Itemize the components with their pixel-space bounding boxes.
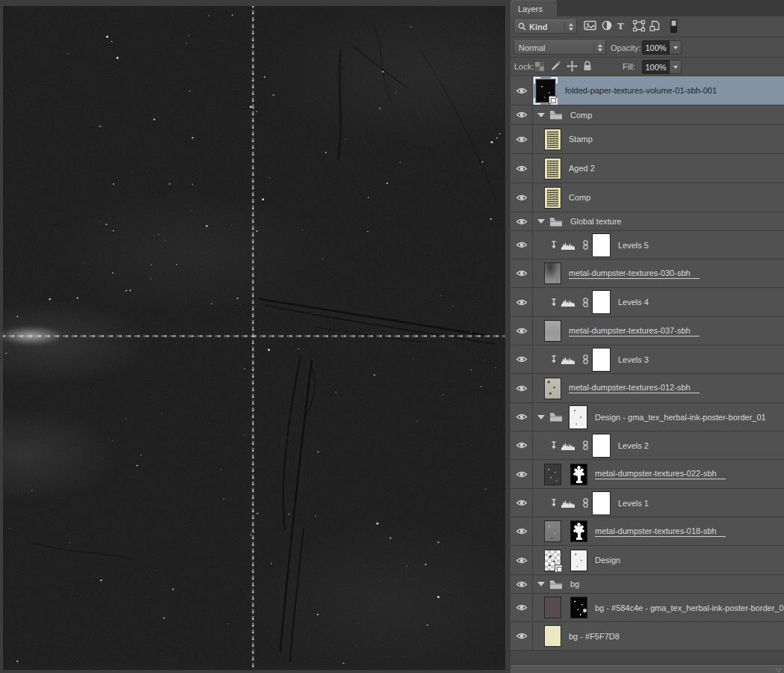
layer-row-levels-5[interactable]: Levels 5 <box>510 231 784 259</box>
visibility-toggle[interactable] <box>510 374 533 402</box>
layer-row-levels-4[interactable]: Levels 4 <box>510 288 784 317</box>
layer-group-row-bg[interactable]: bg <box>510 575 784 594</box>
visibility-toggle[interactable] <box>510 575 533 593</box>
visibility-toggle[interactable] <box>510 622 533 650</box>
visibility-toggle[interactable] <box>510 345 533 373</box>
layer-row-content[interactable]: metal-dumpster-textures-030-sbh <box>533 259 784 287</box>
layer-group-row-global-texture[interactable]: Global texture <box>510 212 784 231</box>
layer-thumbnail[interactable] <box>544 187 561 209</box>
layer-mask-thumbnail[interactable] <box>570 520 587 542</box>
layer-thumbnail[interactable] <box>544 158 561 179</box>
mask-link-icon[interactable] <box>582 354 589 364</box>
lock-transparency-icon[interactable] <box>535 62 544 71</box>
layer-mask-thumbnail[interactable] <box>570 550 587 571</box>
filter-toggle-icon[interactable] <box>670 19 677 33</box>
layer-row-bg-584c4e-gma-tex-herbal-ink-poster-border-01[interactable]: bg - #584c4e - gma_tex_herbal-ink-poster… <box>510 594 784 622</box>
adjustment-mask-thumbnail[interactable] <box>592 233 611 257</box>
mask-link-icon[interactable] <box>582 498 589 508</box>
layer-row-bg-f5f7d8[interactable]: bg - #F5F7D8 <box>510 622 784 651</box>
layer-row-content[interactable]: bg - #584c4e - gma_tex_herbal-ink-poster… <box>533 594 784 621</box>
layer-row-metal-dumpster-textures-022-sbh[interactable]: metal-dumpster-textures-022-sbh <box>510 460 784 489</box>
group-expand-triangle-icon[interactable] <box>537 219 545 224</box>
layer-row-content[interactable]: Design <box>533 546 784 574</box>
layer-thumbnail[interactable] <box>544 378 561 399</box>
layer-thumbnail[interactable] <box>544 550 561 571</box>
visibility-toggle[interactable] <box>510 231 533 259</box>
mask-link-icon[interactable] <box>582 240 589 250</box>
blend-mode-dropdown[interactable]: Normal <box>513 40 606 55</box>
visibility-toggle[interactable] <box>510 460 533 488</box>
mask-link-icon[interactable] <box>582 298 589 307</box>
group-expand-triangle-icon[interactable] <box>537 415 545 420</box>
layer-row-metal-dumpster-textures-037-sbh[interactable]: metal-dumpster-textures-037-sbh <box>510 317 784 345</box>
layer-row-content[interactable]: Levels 2 <box>533 431 784 459</box>
lock-all-icon[interactable] <box>583 61 592 71</box>
shape-layer-filter-icon[interactable] <box>633 20 645 31</box>
visibility-toggle[interactable] <box>510 212 533 230</box>
tab-layers[interactable]: Layers <box>510 0 557 16</box>
layer-row-content[interactable]: Aged 2 <box>533 154 784 182</box>
layer-thumbnail[interactable] <box>544 520 561 542</box>
mask-link-icon[interactable] <box>582 440 589 450</box>
layer-thumbnail[interactable] <box>544 625 561 647</box>
kind-filter-dropdown[interactable]: Kind <box>513 19 577 34</box>
visibility-toggle[interactable] <box>510 317 533 345</box>
layer-row-metal-dumpster-textures-012-sbh[interactable]: metal-dumpster-textures-012-sbh <box>510 374 784 403</box>
lock-paint-icon[interactable] <box>550 61 561 72</box>
layer-thumbnail[interactable] <box>544 464 561 485</box>
layer-row-content[interactable]: Levels 4 <box>533 288 784 316</box>
visibility-toggle[interactable] <box>510 288 533 316</box>
visibility-toggle[interactable] <box>510 125 533 153</box>
visibility-toggle[interactable] <box>510 183 533 212</box>
layer-row-design[interactable]: Design <box>510 546 784 575</box>
layer-thumbnail[interactable] <box>544 597 561 618</box>
visibility-toggle[interactable] <box>510 154 533 182</box>
layer-thumbnail[interactable] <box>544 262 561 284</box>
visibility-toggle[interactable] <box>510 105 533 124</box>
smart-object-filter-icon[interactable] <box>649 20 661 31</box>
visibility-toggle[interactable] <box>510 546 533 574</box>
visibility-toggle[interactable] <box>510 594 533 621</box>
layer-row-content[interactable]: bg <box>533 575 784 593</box>
layer-row-content[interactable]: folded-paper-textures-volume-01-sbh-001 <box>533 76 784 105</box>
layer-row-aged-2[interactable]: Aged 2 <box>510 154 784 183</box>
resize-grip-icon[interactable] <box>776 668 782 672</box>
visibility-toggle[interactable] <box>510 431 533 459</box>
layer-row-content[interactable]: Levels 1 <box>533 489 784 517</box>
visibility-toggle[interactable] <box>510 403 533 431</box>
layer-row-content[interactable]: metal-dumpster-textures-012-sbh <box>533 374 784 402</box>
layer-row-content[interactable]: Comp <box>533 183 784 212</box>
visibility-toggle[interactable] <box>510 259 533 287</box>
layer-row-stamp[interactable]: Stamp <box>510 125 784 154</box>
visibility-toggle[interactable] <box>510 517 533 545</box>
layer-row-levels-3[interactable]: Levels 3 <box>510 345 784 374</box>
layer-row-content[interactable]: metal-dumpster-textures-018-sbh <box>533 517 784 545</box>
layer-mask-thumbnail[interactable] <box>570 464 587 485</box>
group-expand-triangle-icon[interactable] <box>537 113 545 117</box>
layer-row-content[interactable]: metal-dumpster-textures-037-sbh <box>533 317 784 345</box>
layer-group-row-design-gma-tex-herbal-ink-poster-border-01[interactable]: Design - gma_tex_herbal-ink-poster-borde… <box>510 403 784 431</box>
fill-value[interactable]: 100% <box>642 60 670 74</box>
layer-mask-thumbnail[interactable] <box>570 597 587 618</box>
adjustment-mask-thumbnail[interactable] <box>592 290 611 314</box>
fill-dropdown-button[interactable] <box>670 60 682 74</box>
pixel-layer-filter-icon[interactable] <box>584 20 596 31</box>
adjustment-layer-filter-icon[interactable] <box>602 20 612 31</box>
layer-row-content[interactable]: Levels 5 <box>533 231 784 259</box>
adjustment-mask-thumbnail[interactable] <box>592 491 611 515</box>
group-mask-thumbnail[interactable] <box>569 405 587 429</box>
layer-row-levels-2[interactable]: Levels 2 <box>510 431 784 460</box>
layer-row-content[interactable]: Global texture <box>533 212 784 230</box>
adjustment-mask-thumbnail[interactable] <box>592 434 611 458</box>
visibility-toggle[interactable] <box>510 76 533 105</box>
layer-row-content[interactable]: Levels 3 <box>533 345 784 373</box>
layer-row-metal-dumpster-textures-030-sbh[interactable]: metal-dumpster-textures-030-sbh <box>510 259 784 288</box>
layer-row-content[interactable]: bg - #F5F7D8 <box>533 622 784 650</box>
layer-row-content[interactable]: metal-dumpster-textures-022-sbh <box>533 460 784 488</box>
opacity-dropdown-button[interactable] <box>670 40 682 55</box>
layer-thumbnail-selected[interactable] <box>534 77 558 105</box>
layer-row-content[interactable]: Design - gma_tex_herbal-ink-poster-borde… <box>533 403 784 431</box>
opacity-value[interactable]: 100% <box>642 40 670 55</box>
layer-row-levels-1[interactable]: Levels 1 <box>510 489 784 517</box>
layer-row-metal-dumpster-textures-018-sbh[interactable]: metal-dumpster-textures-018-sbh <box>510 517 784 546</box>
